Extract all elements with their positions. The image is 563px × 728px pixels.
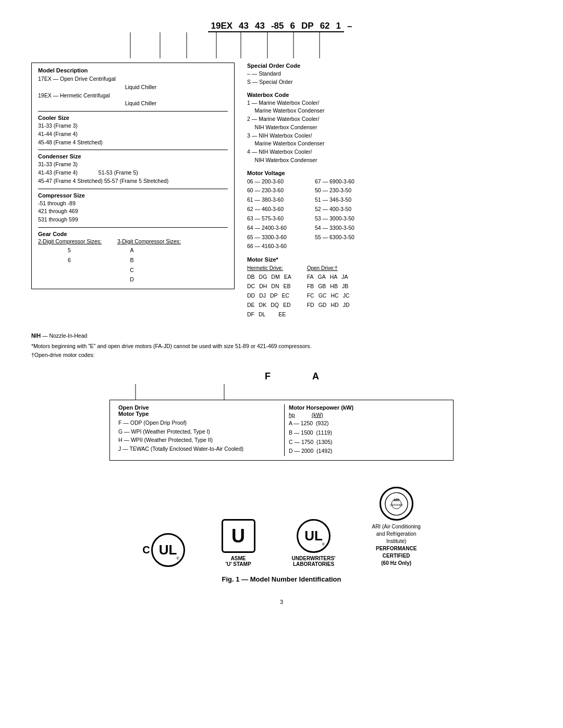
ari-label: ARI (Air Conditioningand RefrigerationIn… xyxy=(372,523,420,567)
motor-hp-a: A — 1250 (932) xyxy=(289,419,372,428)
cooler-line1: 31-33 (Frame 3) xyxy=(38,122,228,130)
ul-circle: UL ® xyxy=(151,533,185,567)
gear-2digit-5: 5 xyxy=(38,245,101,255)
logos-section: C UL ® U ASME'U' STAMP UL ® UNDERWRITERS… xyxy=(31,487,532,567)
hermetic-row1: DBDGDMEA xyxy=(247,273,291,282)
motor-type-g: G — WPI (Weather Protected, Type I) xyxy=(118,427,275,436)
hermetic-row3: DDDJDPEC xyxy=(247,291,291,301)
condenser-size-title: Condenser Size xyxy=(38,153,228,159)
motor-voltage-title: Motor Voltage xyxy=(247,170,532,176)
motor-size-title: Motor Size* xyxy=(247,256,532,263)
cooler-size-section: Cooler Size 31-33 (Frame 3) 41-44 (Frame… xyxy=(38,115,228,146)
mv-06: 06 — 200-3-60 xyxy=(247,177,315,187)
page-wrapper: 19EX 43 43 -85 6 DP 62 1 – xyxy=(31,21,532,605)
mv-55: 55 — 6300-3-50 xyxy=(315,233,383,242)
motor-hp-d: D — 2000 (1492) xyxy=(289,447,372,456)
motor-hermetic-col: Hermetic Drive: DBDGDMEA DCDHDNEB DDDJDP… xyxy=(247,264,291,319)
special-order-content: – — Standard S — Special Order xyxy=(247,70,532,87)
mv-63: 63 — 575-3-60 xyxy=(247,214,315,224)
cooler-line3: 45-48 (Frame 4 Stretched) xyxy=(38,139,228,147)
compressor-size-content: -51 through -89 421 through 469 531 thro… xyxy=(38,200,228,224)
compressor-size-title: Compressor Size xyxy=(38,192,228,199)
open-row4: FDGDHDJD xyxy=(307,301,350,310)
compressor-size-section: Compressor Size -51 through -89 421 thro… xyxy=(38,192,228,224)
motors-note: *Motors beginning with "E" and open driv… xyxy=(31,342,532,351)
waterbox-4: 4 — NIH Waterbox Cooler/ NIH Waterbox Co… xyxy=(247,148,532,165)
motor-type-f: F — ODP (Open Drip Proof) xyxy=(118,418,275,427)
nih-def: NIH — Nozzle-In-Head xyxy=(31,331,532,340)
model-seg-1: 1 xyxy=(333,21,344,32)
motor-hp-col: Motor Horsepower (kW) hp (kW) A — 1250 (… xyxy=(289,404,372,456)
motor-voltage-section: Motor Voltage 06 — 200-3-60 67 — 6900-3-… xyxy=(247,170,532,252)
model-description-content: 17EX — Open Drive Centrifugal Liquid Chi… xyxy=(38,75,228,108)
model-number-header: 19EX 43 43 -85 6 DP 62 1 – xyxy=(31,21,532,58)
motor-hp-title: Motor Horsepower (kW) xyxy=(289,404,372,411)
condenser-41-43: 41-43 (Frame 4) xyxy=(38,169,78,177)
waterbox-code-content: 1 — Marine Waterbox Cooler/ Marine Water… xyxy=(247,99,532,165)
open-row3: FCGCHCJC xyxy=(307,291,350,301)
mv-52: 52 — 400-3-50 xyxy=(315,205,383,214)
gear-3digit-C: C xyxy=(101,265,163,275)
fa-letter-a: A xyxy=(312,371,319,382)
asme-logo-item: U ASME'U' STAMP xyxy=(222,519,255,567)
gear-2digit-values: 5 6 xyxy=(38,245,101,285)
kw-col-header: (kW) xyxy=(312,412,323,418)
open-drive-fa-header: F A xyxy=(31,371,532,382)
opendrive-label: Open Drive:† xyxy=(307,264,350,273)
diagram-area: Model Description 17EX — Open Drive Cent… xyxy=(31,63,532,324)
model-seg-19ex: 19EX xyxy=(208,21,236,32)
motor-hp-headers: hp (kW) xyxy=(289,412,372,418)
asme-logo: U xyxy=(222,519,255,553)
mv-67: 67 — 6900-3-60 xyxy=(315,177,383,187)
open-row2: FBGBHBJB xyxy=(307,282,350,291)
connector-lines-svg xyxy=(104,32,459,58)
mv-54: 54 — 3300-3-50 xyxy=(315,224,383,233)
motor-hp-b: B — 1500 (1119) xyxy=(289,428,372,438)
ari-logo-svg: ARI CERTIFIED xyxy=(384,491,409,517)
mv-60: 60 — 230-3-60 xyxy=(247,186,315,195)
gear-3digit-values: A B C D xyxy=(101,245,163,285)
gear-code-headers: 2-Digit Compressor Sizes: 3-Digit Compre… xyxy=(38,238,228,244)
model-seg-dash: – xyxy=(344,21,355,32)
mv-64: 64 — 2400-3-60 xyxy=(247,224,315,233)
gear-3digit-A: A xyxy=(101,245,163,255)
special-order-section: Special Order Code – — Standard S — Spec… xyxy=(247,63,532,87)
hp-col-header: hp xyxy=(289,412,295,418)
condenser-51-53: 51-53 (Frame 5) xyxy=(99,169,138,177)
model-seg-dp: DP xyxy=(298,21,317,32)
compressor-line1: -51 through -89 xyxy=(38,200,228,208)
hermetic-row5: DFDL EE xyxy=(247,310,291,319)
cul-logo-item: C UL ® xyxy=(142,533,185,567)
hermetic-row4: DEDKDQED xyxy=(247,301,291,310)
mv-66: 66 — 4160-3-60 xyxy=(247,242,315,251)
condenser-line2: 41-43 (Frame 4) 51-53 (Frame 5) xyxy=(38,169,228,177)
compressor-line2: 421 through 469 xyxy=(38,207,228,216)
ari-label-bold: PERFORMANCECERTIFIED(60 Hz Only) xyxy=(376,546,417,566)
model-desc-line4: Liquid Chiller xyxy=(54,100,228,108)
fa-letter-f: F xyxy=(265,371,271,382)
motor-voltage-content: 06 — 200-3-60 67 — 6900-3-60 60 — 230-3-… xyxy=(247,177,532,252)
condenser-line3: 45-47 (Frame 4 Stretched) 55-57 (Frame 5… xyxy=(38,177,228,186)
nih-abbrev: NIH xyxy=(31,332,41,339)
gear-3digit-B: B xyxy=(101,255,163,265)
cooler-size-title: Cooler Size xyxy=(38,115,228,121)
nih-note-section: NIH — Nozzle-In-Head *Motors beginning w… xyxy=(31,331,532,359)
ul-label: UNDERWRITERS'LABORATORIES xyxy=(292,556,336,567)
special-order-special: S — Special Order xyxy=(247,78,532,87)
condenser-size-content: 31-33 (Frame 3) 41-43 (Frame 4) 51-53 (F… xyxy=(38,161,228,185)
model-seg-85: -85 xyxy=(268,21,287,32)
mv-62: 62 — 460-3-60 xyxy=(247,205,315,214)
open-row1: FAGAHAJA xyxy=(307,273,350,282)
special-order-title: Special Order Code xyxy=(247,63,532,69)
gear-code-values: 5 6 A B C D xyxy=(38,245,228,285)
motor-opendrive-col: Open Drive:† FAGAHAJA FBGBHBJB FCGCHCJC … xyxy=(307,264,350,319)
open-drive-note: †Open-drive motor codes: xyxy=(31,351,532,360)
model-seg-62: 62 xyxy=(317,21,333,32)
condenser-size-section: Condenser Size 31-33 (Frame 3) 41-43 (Fr… xyxy=(38,153,228,185)
left-column: Model Description 17EX — Open Drive Cent… xyxy=(31,63,235,289)
model-desc-line3: 19EX — Hermetic Centrifugal xyxy=(38,92,228,100)
ul-logo-circle: UL ® xyxy=(297,519,331,553)
open-drive-section-wrapper: F A Open DriveMotor Type F — ODP (Open D… xyxy=(31,371,532,461)
c-letter: C xyxy=(142,544,150,556)
waterbox-code-title: Waterbox Code xyxy=(247,92,532,98)
